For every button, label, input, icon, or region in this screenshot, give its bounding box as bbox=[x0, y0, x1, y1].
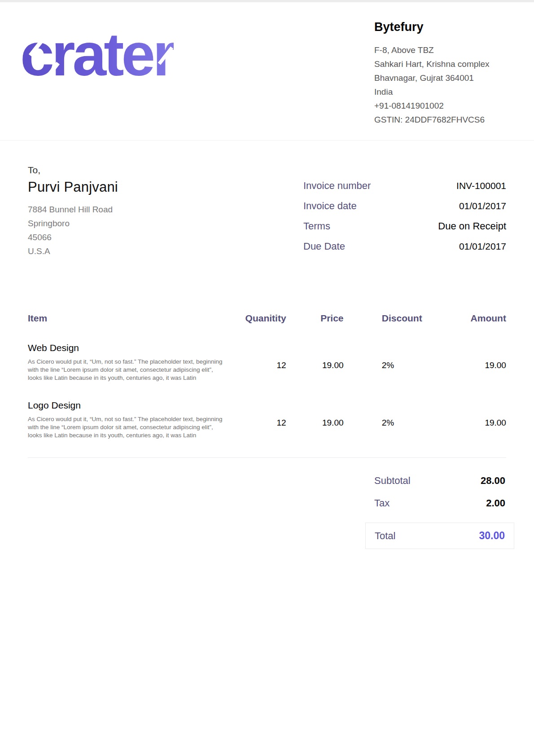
crater-logo: crater bbox=[20, 24, 174, 85]
column-header-item: Item bbox=[28, 313, 229, 324]
totals-section: Subtotal 28.00 Tax 2.00 Total 30.00 bbox=[0, 475, 534, 549]
invoice-number-value: INV-100001 bbox=[456, 180, 506, 191]
total-box: Total 30.00 bbox=[365, 523, 514, 549]
column-header-discount: Discount bbox=[382, 313, 430, 324]
table-bottom-divider bbox=[28, 457, 506, 458]
column-header-price: Price bbox=[286, 313, 344, 324]
cell-spacer bbox=[344, 400, 382, 418]
total-label: Total bbox=[375, 530, 395, 542]
company-info: Bytefury F-8, Above TBZ Sahkari Hart, Kr… bbox=[374, 18, 509, 127]
table-row: Web Design As Cicero would put it, “Um, … bbox=[28, 343, 506, 382]
cell-spacer bbox=[344, 343, 382, 360]
column-header-amount: Amount bbox=[429, 313, 506, 324]
customer-address-line: 7884 Bunnel Hill Road bbox=[28, 202, 118, 216]
crater-logo-text: crater bbox=[20, 24, 174, 85]
invoice-number-label: Invoice number bbox=[303, 179, 371, 193]
company-address-line: Bhavnagar, Gujrat 364001 bbox=[374, 71, 509, 85]
quantity-cell: 12 bbox=[229, 400, 286, 428]
quantity-cell: 12 bbox=[229, 343, 286, 370]
customer-address: 7884 Bunnel Hill Road Springboro 45066 U… bbox=[28, 202, 118, 258]
item-name: Logo Design bbox=[28, 400, 229, 411]
price-cell: 19.00 bbox=[286, 400, 344, 428]
column-header-quantity: Quanitity bbox=[229, 313, 286, 324]
customer-address-line: Springboro bbox=[28, 216, 118, 230]
company-gstin: GSTIN: 24DDF7682FHVCS6 bbox=[374, 113, 509, 127]
company-address-line: F-8, Above TBZ bbox=[374, 43, 509, 57]
customer-address-line: 45066 bbox=[28, 230, 118, 244]
price-cell: 19.00 bbox=[286, 343, 344, 370]
subtotal-row: Subtotal 28.00 bbox=[365, 475, 514, 487]
company-address-line: Sahkari Hart, Krishna complex bbox=[374, 57, 509, 71]
invoice-date-label: Invoice date bbox=[303, 199, 357, 213]
customer-address-line: U.S.A bbox=[28, 244, 118, 258]
subtotal-value: 28.00 bbox=[481, 475, 505, 487]
company-address-line: India bbox=[374, 85, 509, 99]
due-date-label: Due Date bbox=[303, 240, 345, 253]
company-name: Bytefury bbox=[374, 20, 509, 34]
items-table-header: Item Quanitity Price Discount Amount bbox=[28, 313, 506, 324]
bill-to-block: To, Purvi Panjvani 7884 Bunnel Hill Road… bbox=[28, 165, 118, 260]
terms-label: Terms bbox=[303, 220, 330, 233]
company-phone: +91-08141901002 bbox=[374, 99, 509, 113]
item-description: As Cicero would put it, “Um, not so fast… bbox=[28, 358, 229, 382]
due-date-row: Due Date 01/01/2017 bbox=[303, 240, 506, 253]
item-name: Web Design bbox=[28, 343, 229, 353]
table-row: Logo Design As Cicero would put it, “Um,… bbox=[28, 400, 506, 440]
items-table: Item Quanitity Price Discount Amount Web… bbox=[0, 313, 534, 440]
invoice-header: crater Bytefury F-8, Above TBZ Sahkari H… bbox=[0, 2, 534, 141]
terms-value: Due on Receipt bbox=[438, 220, 506, 232]
amount-cell: 19.00 bbox=[429, 400, 506, 428]
item-description: As Cicero would put it, “Um, not so fast… bbox=[28, 415, 229, 440]
invoice-date-row: Invoice date 01/01/2017 bbox=[303, 199, 506, 213]
invoice-meta: Invoice number INV-100001 Invoice date 0… bbox=[303, 179, 506, 260]
amount-cell: 19.00 bbox=[429, 343, 506, 370]
due-date-value: 01/01/2017 bbox=[459, 241, 506, 252]
customer-name: Purvi Panjvani bbox=[28, 179, 118, 195]
company-address: F-8, Above TBZ Sahkari Hart, Krishna com… bbox=[374, 43, 509, 127]
discount-cell: 2% bbox=[382, 343, 430, 370]
total-value: 30.00 bbox=[479, 530, 505, 542]
invoice-date-value: 01/01/2017 bbox=[459, 201, 506, 211]
tax-row: Tax 2.00 bbox=[365, 497, 514, 509]
info-section: To, Purvi Panjvani 7884 Bunnel Hill Road… bbox=[0, 141, 534, 260]
item-cell: Web Design As Cicero would put it, “Um, … bbox=[28, 343, 229, 382]
to-label: To, bbox=[28, 165, 118, 176]
discount-cell: 2% bbox=[382, 400, 430, 428]
terms-row: Terms Due on Receipt bbox=[303, 220, 506, 233]
invoice-number-row: Invoice number INV-100001 bbox=[303, 179, 506, 193]
subtotal-label: Subtotal bbox=[374, 475, 411, 487]
tax-label: Tax bbox=[374, 497, 390, 509]
item-cell: Logo Design As Cicero would put it, “Um,… bbox=[28, 400, 229, 440]
tax-value: 2.00 bbox=[486, 497, 505, 509]
